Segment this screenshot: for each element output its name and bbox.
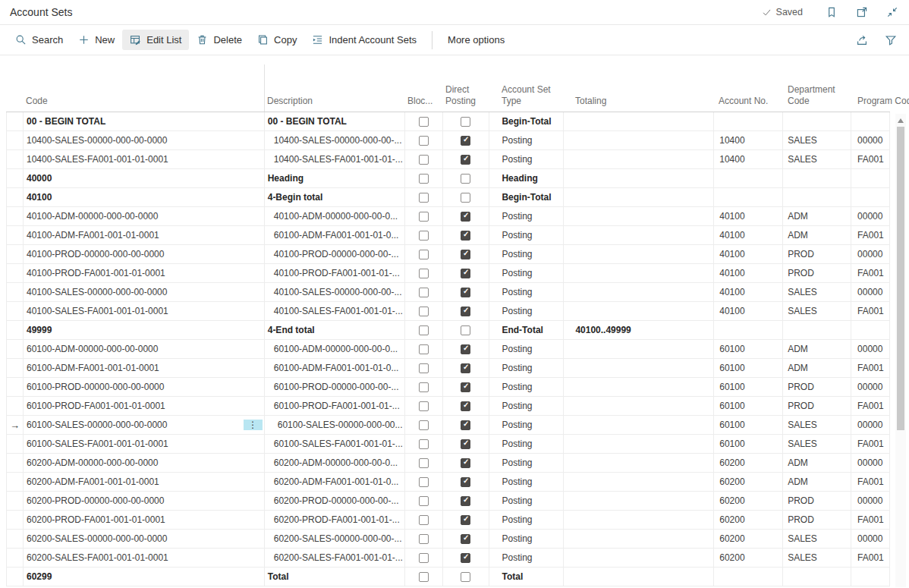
totaling-cell[interactable] [564, 397, 714, 415]
blocked-checkbox[interactable] [419, 288, 429, 297]
blocked-checkbox[interactable] [419, 174, 429, 184]
account-set-type-cell[interactable]: Posting [489, 416, 564, 434]
table-row[interactable]: 40100-SALES-00000-000-00-000040100-SALES… [6, 283, 890, 302]
new-button[interactable]: New [71, 30, 122, 50]
table-row[interactable]: 60200-SALES-FA001-001-01-000160200-SALES… [6, 549, 890, 568]
totaling-cell[interactable] [564, 416, 714, 434]
department-code-cell[interactable]: ADM [783, 359, 851, 377]
scrollbar-up-arrow-icon[interactable] [898, 118, 904, 123]
blocked-checkbox[interactable] [419, 420, 429, 430]
program-code-cell[interactable]: 00000 [851, 207, 890, 225]
blocked-cell[interactable] [405, 302, 443, 320]
account-set-type-cell[interactable]: Total [489, 568, 564, 586]
direct-posting-cell[interactable] [443, 511, 490, 529]
blocked-cell[interactable] [405, 207, 443, 225]
account-no-cell[interactable]: 60200 [714, 492, 783, 510]
direct-posting-checkbox[interactable] [461, 250, 470, 259]
blocked-checkbox[interactable] [419, 307, 429, 316]
program-code-cell[interactable]: FA001 [851, 264, 890, 282]
description-cell[interactable]: 10400-SALES-FA001-001-01-... [265, 150, 405, 168]
direct-posting-cell[interactable] [443, 435, 490, 453]
totaling-cell[interactable] [564, 549, 714, 567]
description-cell[interactable]: 40100-PROD-00000-000-00-... [265, 245, 405, 263]
blocked-checkbox[interactable] [419, 363, 429, 373]
totaling-cell[interactable] [564, 245, 714, 263]
program-code-cell[interactable] [851, 188, 890, 206]
department-code-cell[interactable]: PROD [783, 511, 851, 529]
direct-posting-checkbox[interactable] [461, 553, 470, 563]
code-cell[interactable]: 60100-PROD-FA001-001-01-0001 [24, 397, 265, 415]
direct-posting-cell[interactable] [443, 454, 490, 472]
program-code-cell[interactable] [851, 568, 890, 586]
account-no-cell[interactable]: 60100 [714, 416, 783, 434]
direct-posting-checkbox[interactable] [461, 458, 470, 468]
department-code-cell[interactable] [783, 112, 851, 130]
blocked-checkbox[interactable] [419, 439, 429, 449]
blocked-cell[interactable] [405, 321, 443, 339]
blocked-checkbox[interactable] [419, 231, 429, 241]
program-code-cell[interactable]: FA001 [851, 226, 890, 244]
blocked-cell[interactable] [405, 150, 443, 168]
department-code-cell[interactable] [783, 188, 851, 206]
description-cell[interactable]: 40100-SALES-FA001-001-01-... [265, 302, 405, 320]
description-cell[interactable]: 60200-ADM-FA001-001-01-0... [265, 473, 405, 491]
program-code-cell[interactable]: 00000 [851, 530, 890, 548]
filter-icon[interactable] [885, 34, 897, 46]
account-set-type-cell[interactable]: Heading [489, 169, 564, 187]
totaling-cell[interactable] [564, 302, 714, 320]
code-cell[interactable]: 60200-PROD-00000-000-00-0000 [24, 492, 265, 510]
department-code-cell[interactable]: SALES [783, 131, 851, 149]
direct-posting-checkbox[interactable] [461, 363, 470, 373]
code-cell[interactable]: 60200-SALES-FA001-001-01-0001 [24, 549, 265, 567]
account-no-cell[interactable]: 60200 [714, 530, 783, 548]
program-code-cell[interactable]: FA001 [851, 302, 890, 320]
totaling-cell[interactable] [564, 473, 714, 491]
code-cell[interactable]: 60100-SALES-FA001-001-01-0001 [24, 435, 265, 453]
account-set-type-cell[interactable]: Posting [489, 530, 564, 548]
direct-posting-checkbox[interactable] [461, 174, 470, 184]
blocked-cell[interactable] [405, 549, 443, 567]
totaling-cell[interactable] [564, 511, 714, 529]
account-set-type-cell[interactable]: Posting [489, 435, 564, 453]
direct-posting-checkbox[interactable] [461, 420, 470, 430]
direct-posting-checkbox[interactable] [461, 515, 470, 525]
direct-posting-checkbox[interactable] [461, 136, 470, 146]
blocked-cell[interactable] [405, 112, 443, 130]
direct-posting-cell[interactable] [443, 321, 490, 339]
blocked-cell[interactable] [405, 435, 443, 453]
program-code-cell[interactable]: 00000 [851, 492, 890, 510]
account-set-type-cell[interactable]: Posting [489, 226, 564, 244]
program-code-cell[interactable]: FA001 [851, 473, 890, 491]
column-header-direct-posting[interactable]: Direct Posting [445, 84, 486, 107]
totaling-cell[interactable] [564, 340, 714, 358]
direct-posting-cell[interactable] [443, 131, 490, 149]
account-set-type-cell[interactable]: Posting [489, 131, 564, 149]
direct-posting-checkbox[interactable] [461, 572, 470, 582]
blocked-checkbox[interactable] [419, 553, 429, 563]
column-header-program-code[interactable]: Program Code [857, 96, 909, 107]
blocked-checkbox[interactable] [419, 401, 429, 411]
direct-posting-checkbox[interactable] [461, 231, 470, 241]
program-code-cell[interactable]: 00000 [851, 245, 890, 263]
direct-posting-cell[interactable] [443, 549, 490, 567]
account-no-cell[interactable]: 60100 [714, 397, 783, 415]
description-cell[interactable]: 40100-SALES-00000-000-00-... [265, 283, 405, 301]
account-set-type-cell[interactable]: Posting [489, 378, 564, 396]
code-cell[interactable]: 40100-PROD-FA001-001-01-0001 [24, 264, 265, 282]
department-code-cell[interactable] [783, 568, 851, 586]
department-code-cell[interactable]: PROD [783, 492, 851, 510]
blocked-cell[interactable] [405, 188, 443, 206]
account-no-cell[interactable]: 40100 [714, 264, 783, 282]
table-row[interactable]: 40100-ADM-FA001-001-01-000160100-ADM-FA0… [6, 226, 890, 245]
direct-posting-checkbox[interactable] [461, 269, 470, 278]
description-cell[interactable]: 60100-ADM-00000-000-00-0... [265, 340, 405, 358]
totaling-cell[interactable] [564, 530, 714, 548]
blocked-cell[interactable] [405, 492, 443, 510]
table-row[interactable]: 60200-PROD-00000-000-00-000060200-PROD-0… [6, 492, 890, 511]
description-cell[interactable]: 40100-ADM-00000-000-00-0... [265, 207, 405, 225]
table-row[interactable]: 60200-ADM-00000-000-00-000060200-ADM-000… [6, 454, 890, 473]
program-code-cell[interactable]: 00000 [851, 340, 890, 358]
column-header-totaling[interactable]: Totaling [575, 96, 606, 107]
totaling-cell[interactable] [564, 169, 714, 187]
table-row[interactable]: 10400-SALES-00000-000-00-000010400-SALES… [6, 131, 890, 150]
